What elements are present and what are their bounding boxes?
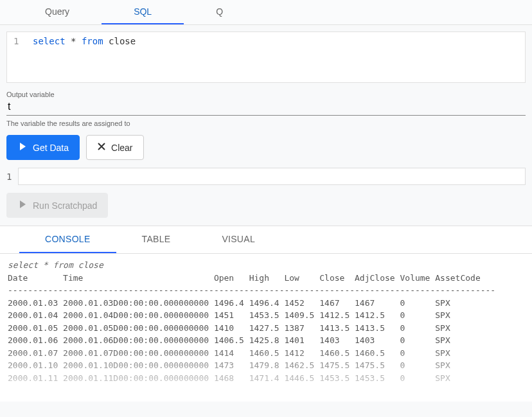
tab-q[interactable]: Q — [184, 0, 255, 24]
play-icon — [17, 141, 28, 154]
get-data-button[interactable]: Get Data — [6, 135, 80, 160]
button-label: Clear — [111, 143, 132, 153]
scratchpad-row: 1 — [6, 168, 526, 185]
tab-visual[interactable]: VISUAL — [196, 226, 281, 253]
editor-code[interactable]: select * from close — [33, 36, 136, 46]
run-scratchpad-button[interactable]: Run Scratchpad — [6, 193, 108, 218]
editor-line: 1 select * from close — [7, 32, 525, 50]
keyword: select — [33, 36, 66, 46]
tab-table[interactable]: TABLE — [116, 226, 197, 253]
tab-console[interactable]: CONSOLE — [19, 226, 116, 253]
token: * — [71, 36, 76, 46]
output-variable-label: Output variable — [6, 91, 526, 98]
tab-query[interactable]: Query — [13, 0, 102, 24]
play-icon — [17, 199, 28, 211]
scratchpad-input[interactable] — [18, 168, 526, 185]
button-label: Get Data — [33, 143, 69, 153]
bottom-tab-bar: CONSOLE TABLE VISUAL — [0, 226, 532, 254]
scratchpad-button-row: Run Scratchpad — [6, 193, 526, 218]
identifier: close — [109, 36, 136, 46]
close-icon — [97, 142, 106, 153]
scratchpad-line-number: 1 — [6, 172, 12, 182]
editor-line-number: 1 — [13, 36, 26, 46]
button-row: Get Data Clear — [6, 135, 526, 160]
clear-button[interactable]: Clear — [86, 135, 143, 160]
top-tab-bar: Query SQL Q — [0, 0, 532, 25]
sql-editor[interactable]: 1 select * from close — [6, 31, 526, 83]
button-label: Run Scratchpad — [33, 200, 97, 211]
output-variable-helper: The variable the results are assigned to — [6, 120, 526, 127]
keyword: from — [82, 36, 103, 46]
console-output[interactable]: select * from close Date Time Open High … — [0, 254, 532, 402]
tab-sql[interactable]: SQL — [102, 0, 184, 24]
output-variable-input[interactable] — [6, 98, 526, 116]
